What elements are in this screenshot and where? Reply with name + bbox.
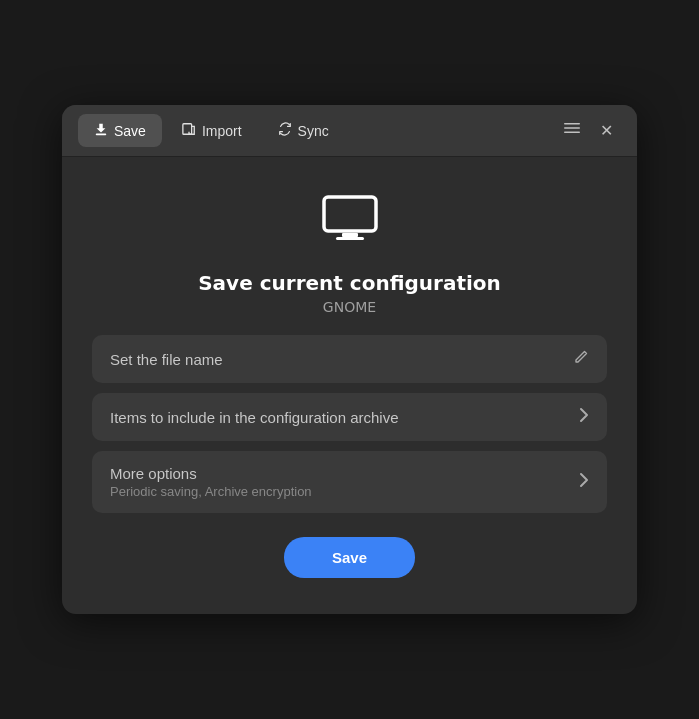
menu-button[interactable] [556,114,588,147]
subtitle: GNOME [198,299,501,315]
close-icon: ✕ [600,121,613,140]
edit-icon [573,349,589,369]
import-tab-label: Import [202,123,242,139]
tab-save[interactable]: Save [78,114,162,147]
content-area: Save current configuration GNOME Set the… [62,157,637,614]
svg-rect-4 [564,132,580,134]
options-container: Set the file name Items to include in th… [92,335,607,513]
title-section: Save current configuration GNOME [198,271,501,315]
svg-rect-1 [183,124,192,135]
save-tab-icon [94,122,108,139]
save-button[interactable]: Save [284,537,415,578]
save-tab-label: Save [114,123,146,139]
svg-rect-2 [564,123,580,125]
svg-rect-7 [336,237,364,240]
items-row[interactable]: Items to include in the configuration ar… [92,393,607,441]
close-button[interactable]: ✕ [592,115,621,146]
main-title: Save current configuration [198,271,501,295]
more-options-row[interactable]: More options Periodic saving, Archive en… [92,451,607,513]
items-chevron-icon [579,407,589,427]
items-label: Items to include in the configuration ar… [110,409,579,426]
svg-rect-0 [96,133,107,135]
titlebar: Save Import Sync [62,105,637,157]
more-options-sublabel: Periodic saving, Archive encryption [110,484,579,499]
svg-rect-5 [324,197,376,231]
filename-row[interactable]: Set the file name [92,335,607,383]
more-options-label: More options [110,465,579,482]
svg-rect-6 [342,233,358,237]
import-tab-icon [182,122,196,139]
sync-tab-icon [278,122,292,139]
more-options-content: More options Periodic saving, Archive en… [110,465,579,499]
monitor-icon [318,187,382,251]
more-options-chevron-icon [579,472,589,492]
tab-sync[interactable]: Sync [262,114,345,147]
hamburger-icon [564,120,580,141]
sync-tab-label: Sync [298,123,329,139]
filename-placeholder: Set the file name [110,351,573,368]
tab-import[interactable]: Import [166,114,258,147]
main-window: Save Import Sync [62,105,637,614]
svg-rect-3 [564,127,580,129]
